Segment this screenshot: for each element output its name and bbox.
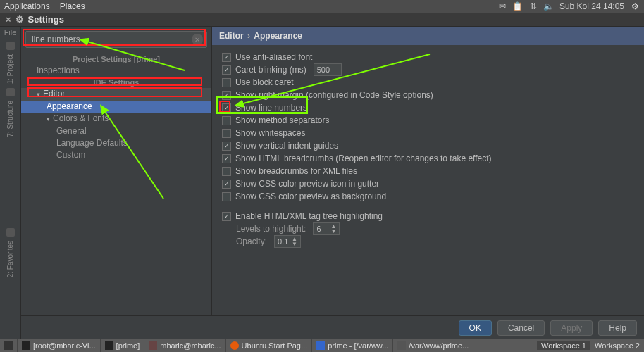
lbl-whitespaces: Show whitespaces <box>235 128 305 138</box>
os-menubar: Applications Places ✉ 📋 ⇅ 🔈 Sub Kol 24 1… <box>0 0 644 13</box>
tree-editor[interactable]: Editor <box>21 88 211 101</box>
tree-header-project: Project Settings [prime] <box>21 54 211 65</box>
lbl-right-margin: Show right margin (configured in Code St… <box>235 90 433 100</box>
tree-appearance[interactable]: Appearance <box>21 101 211 113</box>
spinner-opacity[interactable]: 0.1▲▼ <box>274 235 301 248</box>
settings-tab[interactable]: × ⚙ Settings <box>0 13 70 26</box>
appearance-options: Use anti-aliased font Caret blinking (ms… <box>212 45 644 253</box>
chk-line-numbers[interactable] <box>222 103 231 113</box>
task-show-desktop[interactable] <box>0 339 18 352</box>
chk-html-breadcrumbs[interactable] <box>222 154 231 163</box>
task-terminal-1[interactable]: [root@mbaric-Vi... <box>18 339 101 352</box>
project-tool-icon[interactable] <box>6 42 15 50</box>
lbl-anti-aliased: Use anti-aliased font <box>235 52 312 62</box>
chk-caret-blink[interactable] <box>222 65 231 75</box>
lbl-css-bg: Show CSS color preview as background <box>235 191 386 201</box>
chk-whitespaces[interactable] <box>222 129 231 138</box>
tab-title: Settings <box>28 14 64 25</box>
lbl-line-numbers: Show line numbers <box>235 103 307 113</box>
window-tabbar: × ⚙ Settings <box>0 13 644 27</box>
lbl-block-caret: Use block caret <box>235 77 294 87</box>
ok-button[interactable]: OK <box>459 320 492 336</box>
breadcrumb-sep: › <box>245 31 253 41</box>
mail-icon[interactable]: ✉ <box>497 1 507 11</box>
lbl-xml-breadcrumbs: Show breadcrumbs for XML files <box>235 166 357 176</box>
tree-colors-fonts[interactable]: Colors & Fonts <box>21 113 211 125</box>
tree-lang-defaults[interactable]: Language Defaults <box>21 137 211 149</box>
sound-icon[interactable]: 🔈 <box>544 1 554 11</box>
settings-content: Editor › Appearance Use anti-aliased fon… <box>211 27 644 315</box>
menu-applications[interactable]: Applications <box>4 1 50 11</box>
task-files[interactable]: mbaric@mbaric... <box>144 339 225 352</box>
lbl-opacity: Opacity: <box>236 237 267 246</box>
tree-header-ide: IDE Settings <box>21 77 211 88</box>
spinner-levels[interactable]: 6▲▼ <box>313 222 340 235</box>
lbl-method-sep: Show method separators <box>235 115 329 125</box>
chk-xml-breadcrumbs[interactable] <box>222 167 231 176</box>
task-firefox[interactable]: Ubuntu Start Pag... <box>226 339 313 352</box>
breadcrumb-a: Editor <box>219 31 244 41</box>
file-menu-label[interactable]: File <box>0 28 20 37</box>
chk-tag-tree[interactable] <box>222 212 231 221</box>
favorites-tool-tab[interactable]: 2: Favorites <box>6 241 14 277</box>
chk-indent-guides[interactable] <box>222 142 231 151</box>
chk-right-margin[interactable] <box>222 91 231 100</box>
workspace-switcher[interactable]: Workspace 1 Workspace 2 <box>537 341 644 350</box>
chk-block-caret[interactable] <box>222 78 231 87</box>
chk-anti-aliased[interactable] <box>222 53 231 62</box>
input-caret-blink-ms[interactable] <box>314 63 342 76</box>
task-editor[interactable]: /var/www/prime... <box>393 339 473 352</box>
lbl-indent-guides: Show vertical indent guides <box>235 141 338 151</box>
task-ide[interactable]: prime - [/var/ww... <box>312 339 393 352</box>
lbl-css-gutter: Show CSS color preview icon in gutter <box>235 179 379 189</box>
chk-css-gutter[interactable] <box>222 180 231 189</box>
tree-custom[interactable]: Custom <box>21 149 211 161</box>
breadcrumb-b: Appearance <box>254 31 302 41</box>
tree-inspections[interactable]: Inspections <box>21 65 211 77</box>
settings-sidebar: ✕ Project Settings [prime] Inspections I… <box>21 27 211 315</box>
lbl-html-breadcrumbs: Show HTML breadcrumbs (Reopen editor for… <box>235 153 492 163</box>
structure-tool-icon[interactable] <box>6 88 15 96</box>
breadcrumb: Editor › Appearance <box>212 27 644 45</box>
workspace-1[interactable]: Workspace 1 <box>537 341 590 350</box>
favorites-tool-icon[interactable] <box>6 228 15 237</box>
tree-general[interactable]: General <box>21 125 211 137</box>
lbl-levels: Levels to highlight: <box>236 224 306 234</box>
cancel-button[interactable]: Cancel <box>497 320 545 336</box>
clipboard-icon[interactable]: 📋 <box>513 1 523 11</box>
chk-css-bg[interactable] <box>222 192 231 201</box>
clock-text[interactable]: Sub Kol 24 14:05 <box>559 1 624 11</box>
lbl-caret-blink: Caret blinking (ms) <box>235 65 306 75</box>
settings-dialog: ✕ Project Settings [prime] Inspections I… <box>21 27 644 339</box>
chk-method-sep[interactable] <box>222 116 231 125</box>
gear-icon: ⚙ <box>16 14 24 25</box>
structure-tool-tab[interactable]: 7: Structure <box>6 101 14 137</box>
settings-search-input[interactable] <box>25 31 207 48</box>
network-icon[interactable]: ⇅ <box>528 1 538 11</box>
menu-places[interactable]: Places <box>60 1 85 11</box>
system-tray: ✉ 📋 ⇅ 🔈 Sub Kol 24 14:05 ⚙ <box>497 1 640 11</box>
os-taskbar: [root@mbaric-Vi... [prime] mbaric@mbaric… <box>0 339 644 352</box>
apply-button[interactable]: Apply <box>550 320 593 336</box>
project-tool-tab[interactable]: 1: Project <box>6 54 14 84</box>
ide-left-gutter: File 1: Project 7: Structure 2: Favorite… <box>0 27 21 339</box>
workspace-2[interactable]: Workspace 2 <box>590 341 644 350</box>
power-gear-icon[interactable]: ⚙ <box>630 1 640 11</box>
close-icon[interactable]: × <box>6 14 11 25</box>
dialog-footer: OK Cancel Apply Help <box>21 315 644 339</box>
lbl-tag-tree: Enable HTML/XML tag tree highlighting <box>235 211 383 221</box>
task-terminal-2[interactable]: [prime] <box>101 339 145 352</box>
help-button[interactable]: Help <box>598 320 637 336</box>
settings-tree: Project Settings [prime] Inspections IDE… <box>21 52 211 315</box>
clear-search-icon[interactable]: ✕ <box>192 34 203 45</box>
